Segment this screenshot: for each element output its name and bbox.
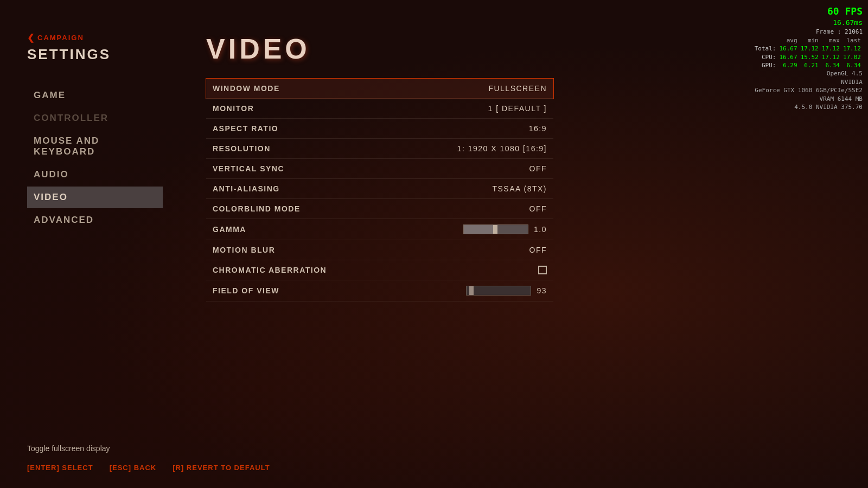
back-label: CAMPAIGN	[37, 34, 84, 42]
controls-bar: [ENTER] SELECT [ESC] BACK [R] REVERT TO …	[27, 464, 841, 472]
total-label: Total:	[753, 44, 778, 53]
setting-name-monitor: MONITOR	[206, 99, 380, 119]
perf-table: avg min max last Total: 16.67 17.12 17.1…	[753, 36, 863, 70]
table-row[interactable]: COLORBLIND MODE Off	[206, 199, 553, 219]
setting-value-aspect-ratio: 16:9	[380, 119, 553, 139]
setting-value-chromatic	[380, 260, 553, 280]
setting-value-monitor: 1 [ Default ]	[380, 99, 553, 119]
back-link[interactable]: ❮ CAMPAIGN	[27, 33, 163, 43]
setting-name-vsync: VERTICAL SYNC	[206, 159, 380, 179]
setting-value-gamma: 1.0	[380, 219, 553, 240]
gamma-value: 1.0	[534, 225, 547, 234]
fov-slider-track[interactable]	[466, 286, 531, 296]
ms-display: 16.67ms	[753, 18, 863, 28]
setting-name-fov: FIELD OF VIEW	[206, 280, 380, 301]
vram-info: VRAM 6144 MB	[753, 95, 863, 103]
settings-table: WINDOW MODE FULLSCREEN MONITOR 1 [ Defau…	[206, 79, 553, 301]
fov-slider-thumb	[469, 286, 474, 295]
hud-overlay: 60 FPS 16.67ms Frame : 21061 avg min max…	[753, 4, 863, 111]
setting-value-vsync: Off	[380, 159, 553, 179]
control-esc: [ESC] BACK	[110, 464, 157, 472]
setting-value-resolution: 1: 1920 x 1080 [16:9]	[380, 139, 553, 159]
sidebar-item-controller: CONTROLLER	[27, 107, 163, 129]
table-row[interactable]: MOTION BLUR Off	[206, 240, 553, 260]
setting-name-aa: ANTI-ALIASING	[206, 179, 380, 199]
table-row[interactable]: GAMMA 1.0	[206, 219, 553, 240]
back-arrow-icon: ❮	[27, 33, 34, 43]
table-row[interactable]: MONITOR 1 [ Default ]	[206, 99, 553, 119]
chromatic-checkbox[interactable]	[538, 266, 547, 274]
setting-name-aspect-ratio: ASPECT RATIO	[206, 119, 380, 139]
table-row[interactable]: RESOLUTION 1: 1920 x 1080 [16:9]	[206, 139, 553, 159]
frame-line: Frame : 21061	[753, 28, 863, 36]
gamma-slider-track[interactable]	[463, 224, 528, 234]
fov-value: 93	[537, 286, 547, 295]
sidebar-item-game[interactable]: GAME	[27, 85, 163, 106]
setting-name-window-mode: WINDOW MODE	[206, 79, 380, 99]
setting-value-window-mode: FULLSCREEN	[380, 79, 553, 99]
sidebar-title: SETTINGS	[27, 46, 163, 63]
control-enter: [ENTER] SELECT	[27, 464, 93, 472]
gpu-label: GPU:	[753, 61, 778, 69]
sidebar-item-advanced[interactable]: ADVANCED	[27, 209, 163, 231]
table-row[interactable]: ANTI-ALIASING TSSAA (8TX)	[206, 179, 553, 199]
table-row[interactable]: ASPECT RATIO 16:9	[206, 119, 553, 139]
bottom-bar: Toggle fullscreen display [ENTER] SELECT…	[27, 444, 841, 472]
setting-name-resolution: RESOLUTION	[206, 139, 380, 159]
nvidia-label: NVIDIA	[753, 78, 863, 86]
hint-text: Toggle fullscreen display	[27, 444, 841, 453]
setting-value-motion-blur: Off	[380, 240, 553, 260]
table-row[interactable]: FIELD OF VIEW 93	[206, 280, 553, 301]
setting-name-gamma: GAMMA	[206, 219, 380, 240]
setting-name-motion-blur: MOTION BLUR	[206, 240, 380, 260]
gamma-slider-thumb	[493, 225, 497, 234]
fps-display: 60 FPS	[753, 4, 863, 18]
cpu-label: CPU:	[753, 53, 778, 61]
sidebar-item-mouse-keyboard[interactable]: MOUSE AND KEYBOARD	[27, 130, 163, 163]
gpu-model: GeForce GTX 1060 6GB/PCIe/SSE2	[753, 86, 863, 94]
sidebar: ❮ CAMPAIGN SETTINGS GAME CONTROLLER MOUS…	[0, 0, 179, 488]
control-revert: [R] REVERT TO DEFAULT	[173, 464, 270, 472]
nav-list: GAME CONTROLLER MOUSE AND KEYBOARD AUDIO…	[27, 85, 163, 231]
table-row[interactable]: CHROMATIC ABERRATION	[206, 260, 553, 280]
table-row[interactable]: WINDOW MODE FULLSCREEN	[206, 79, 553, 99]
setting-value-fov: 93	[380, 280, 553, 301]
sidebar-item-audio[interactable]: AUDIO	[27, 164, 163, 185]
sidebar-item-video[interactable]: VIDEO	[27, 187, 163, 208]
setting-value-colorblind: Off	[380, 199, 553, 219]
setting-value-aa: TSSAA (8TX)	[380, 179, 553, 199]
gamma-slider-fill	[464, 225, 496, 234]
table-row[interactable]: VERTICAL SYNC Off	[206, 159, 553, 179]
setting-name-colorblind: COLORBLIND MODE	[206, 199, 380, 219]
setting-name-chromatic: CHROMATIC ABERRATION	[206, 260, 380, 280]
opengl-version: OpenGL 4.5	[753, 69, 863, 78]
driver-version: 4.5.0 NVIDIA 375.70	[753, 103, 863, 111]
